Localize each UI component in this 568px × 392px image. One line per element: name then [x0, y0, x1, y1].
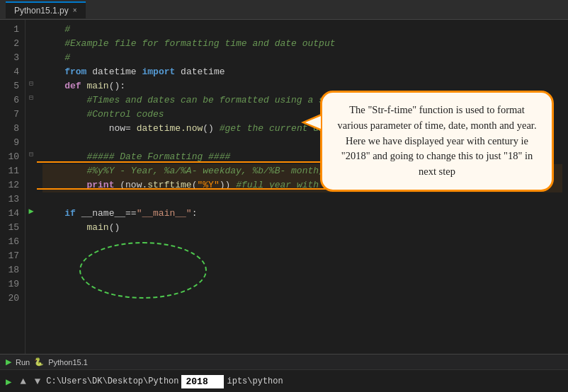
run-filename: Python15.1: [48, 358, 88, 367]
down-button[interactable]: ▼: [32, 374, 43, 388]
line-number: 9: [3, 136, 19, 150]
line-number: 11: [3, 164, 19, 178]
line-number: 5: [3, 79, 19, 93]
gutter-line: [25, 34, 37, 48]
code-line: [42, 277, 562, 292]
gutter-line: [25, 105, 37, 119]
python-icon: 🐍: [34, 357, 44, 367]
line-number: 6: [3, 93, 19, 108]
gutter-line: [25, 190, 37, 204]
line-number: 7: [3, 108, 19, 122]
gutter-line: [25, 62, 37, 76]
bottom-panel: ▶ Run 🐍 Python15.1 ▶ ▲ ▼ C:\Users\DK\Des…: [0, 354, 568, 392]
tooltip-balloon: The "Str-f-time" function is used to for…: [320, 91, 554, 192]
gutter-line: ⊟: [25, 76, 37, 91]
line-number: 10: [3, 150, 19, 164]
code-line: [42, 235, 562, 249]
line-number: 12: [3, 178, 19, 192]
code-line: [42, 263, 562, 277]
gutter: ⊟⊟⊟▶: [25, 20, 37, 354]
line-number: 18: [3, 263, 19, 277]
fold-indicator[interactable]: ⊟: [29, 93, 33, 102]
gutter-line: ▶: [25, 204, 37, 218]
line-number: 2: [3, 37, 19, 51]
code-line: #: [42, 23, 562, 37]
code-line: from datetime import datetime: [42, 65, 562, 79]
line-number: 1: [3, 23, 19, 37]
fold-indicator[interactable]: ⊟: [29, 79, 33, 88]
line-number: 8: [3, 122, 19, 136]
play-button[interactable]: ▶: [3, 374, 14, 389]
fold-indicator[interactable]: ⊟: [29, 150, 33, 158]
output-value: 2018: [181, 375, 224, 388]
code-line: #: [42, 51, 562, 65]
line-number: 3: [3, 51, 19, 65]
title-bar: Python15.1.py ×: [0, 0, 568, 20]
line-number: 14: [3, 207, 19, 221]
code-line: [42, 192, 562, 207]
gutter-line: [25, 246, 37, 260]
gutter-line: [25, 232, 37, 246]
code-line: main(): [42, 221, 562, 235]
gutter-line: [25, 289, 37, 303]
code-line: if __name__=="__main__":: [42, 207, 562, 221]
gutter-line: ⊟: [25, 91, 37, 105]
code-line: [42, 292, 562, 306]
output-path-start: C:\Users\DK\Desktop\Python: [46, 376, 178, 386]
line-numbers: 1234567891011121314151617181920: [0, 20, 25, 354]
run-bar: ▶ Run 🐍 Python15.1: [0, 354, 568, 370]
gutter-line: [25, 119, 37, 133]
gutter-line: [25, 218, 37, 232]
line-number: 4: [3, 65, 19, 79]
gutter-line: [25, 161, 37, 175]
run-label: ▶: [6, 357, 11, 367]
execution-arrow: ▶: [28, 206, 33, 217]
output-path-end: ipts\python: [227, 376, 283, 386]
gutter-line: [25, 20, 37, 34]
line-number: 16: [3, 235, 19, 249]
gutter-line: [25, 275, 37, 289]
gutter-line: ⊟: [25, 147, 37, 161]
balloon-text: The "Str-f-time" function is used to for…: [337, 104, 536, 177]
file-tab[interactable]: Python15.1.py ×: [6, 1, 86, 18]
gutter-line: [25, 133, 37, 147]
up-button[interactable]: ▲: [17, 374, 28, 388]
gutter-line: [25, 175, 37, 190]
tab-label: Python15.1.py: [14, 6, 69, 16]
run-text: Run: [16, 358, 30, 367]
code-line: [42, 249, 562, 263]
line-number: 20: [3, 292, 19, 306]
line-number: 15: [3, 221, 19, 235]
gutter-line: [25, 260, 37, 275]
line-number: 17: [3, 249, 19, 263]
output-bar: ▶ ▲ ▼ C:\Users\DK\Desktop\Python 2018 ip…: [0, 370, 568, 392]
line-number: 19: [3, 277, 19, 292]
editor-container: 1234567891011121314151617181920 ⊟⊟⊟▶ # #…: [0, 20, 568, 354]
tab-close-button[interactable]: ×: [73, 6, 77, 14]
code-line: #Example file for formatting time and da…: [42, 37, 562, 51]
code-area[interactable]: # #Example file for formatting time and …: [37, 20, 568, 354]
gutter-line: [25, 48, 37, 62]
line-number: 13: [3, 192, 19, 207]
